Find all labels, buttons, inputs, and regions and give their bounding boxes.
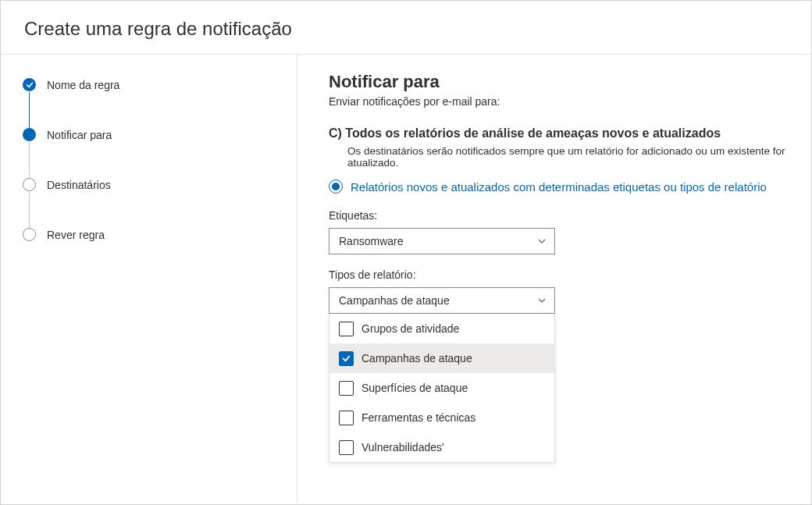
report-types-dropdown-panel: Grupos de atividade Campanhas de ataque …	[329, 314, 555, 463]
step-label: Notificar para	[47, 128, 112, 142]
option-attack-surfaces[interactable]: Superfícies de ataque	[329, 373, 554, 403]
tags-dropdown[interactable]: Ransomware	[329, 228, 555, 254]
checkbox-icon	[339, 381, 354, 396]
option-tools-techniques[interactable]: Ferramentas e técnicas	[329, 403, 554, 432]
option-vulnerabilities[interactable]: Vulnerabilidades'	[329, 432, 554, 462]
dialog-body: Nome da regra Notificar para Destinatári…	[1, 54, 811, 503]
checkbox-checked-icon	[339, 351, 354, 366]
wizard-steps: Nome da regra Notificar para Destinatári…	[23, 78, 281, 242]
step-rule-name[interactable]: Nome da regra	[23, 78, 281, 128]
chevron-down-icon	[537, 236, 547, 246]
step-current-icon	[23, 128, 36, 141]
step-completed-icon	[23, 78, 36, 91]
report-types-field: Tipos de relatório: Campanhas de ataque …	[329, 269, 788, 463]
dialog-title: Create uma regra de notificação	[24, 18, 788, 40]
step-label: Nome da regra	[47, 78, 119, 92]
radio-label: Relatórios novos e atualizados com deter…	[351, 180, 767, 194]
main-heading: Notificar para	[329, 72, 788, 92]
report-types-label: Tipos de relatório:	[329, 269, 788, 281]
step-pending-icon	[23, 228, 36, 241]
step-review-rule[interactable]: Rever regra	[23, 228, 281, 242]
step-pending-icon	[23, 178, 36, 191]
option-label: Campanhas de ataque	[361, 352, 472, 365]
checkbox-icon	[339, 440, 354, 455]
step-connector	[29, 192, 30, 229]
step-connector	[29, 142, 30, 180]
step-label: Rever regra	[47, 228, 105, 242]
section-c-desc: Os destinatários serão notificados sempr…	[329, 145, 788, 169]
main-subtitle: Enviar notificações por e-mail para:	[329, 95, 788, 108]
checkbox-icon	[339, 411, 354, 425]
option-activity-groups[interactable]: Grupos de atividade	[329, 314, 554, 343]
option-label: Superfícies de ataque	[361, 382, 468, 394]
tags-field: Etiquetas: Ransomware	[329, 209, 788, 254]
option-attack-campaigns[interactable]: Campanhas de ataque	[329, 343, 554, 373]
step-connector	[29, 92, 30, 130]
report-types-dropdown[interactable]: Campanhas de ataque	[329, 287, 555, 314]
wizard-main: Notificar para Enviar notificações por e…	[297, 55, 811, 503]
option-label: Ferramentas e técnicas	[361, 411, 475, 424]
tags-label: Etiquetas:	[329, 209, 788, 222]
section-c-title: C) Todos os relatórios de análise de ame…	[329, 126, 788, 140]
radio-dot-icon	[332, 183, 340, 190]
checkbox-icon	[339, 322, 354, 336]
tags-dropdown-value: Ransomware	[339, 235, 403, 247]
step-label: Destinatários	[47, 178, 111, 192]
dialog-header: Create uma regra de notificação	[1, 1, 811, 54]
option-label: Vulnerabilidades'	[361, 441, 444, 453]
chevron-down-icon	[537, 296, 547, 305]
report-types-dropdown-value: Campanhas de ataque	[339, 294, 450, 307]
step-notify-for[interactable]: Notificar para	[23, 128, 281, 178]
option-label: Grupos de atividade	[361, 322, 459, 335]
wizard-sidebar: Nome da regra Notificar para Destinatári…	[1, 55, 297, 503]
section-c: C) Todos os relatórios de análise de ame…	[329, 126, 788, 169]
radio-filtered-reports[interactable]: Relatórios novos e atualizados com deter…	[329, 180, 788, 194]
step-recipients[interactable]: Destinatários	[23, 178, 281, 228]
radio-icon	[329, 180, 343, 194]
